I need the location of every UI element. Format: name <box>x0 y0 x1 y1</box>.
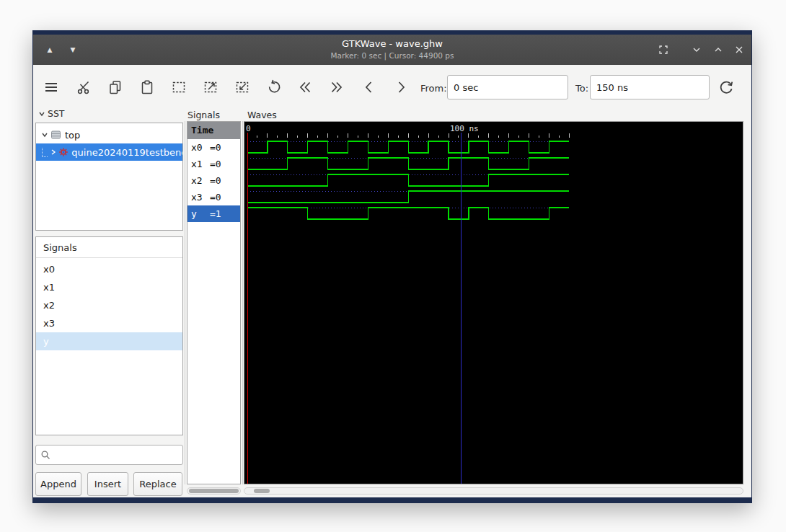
sst-header[interactable]: SST <box>36 108 65 119</box>
value-row-x3[interactable]: x3=0 <box>187 189 240 205</box>
paste-button[interactable] <box>134 74 160 100</box>
design-unit-icon <box>58 147 69 157</box>
module-icon <box>50 130 61 140</box>
signals-list-title: Signals <box>36 237 182 258</box>
hamburger-icon <box>43 79 60 96</box>
chevron-right-icon <box>392 79 410 96</box>
toolbar: From: To: <box>33 65 751 105</box>
wave-canvas[interactable]: 100 ns0 <box>244 121 743 484</box>
expander-right-icon[interactable] <box>49 148 57 156</box>
sst-tree: top quine20240119testbench <box>35 123 183 231</box>
waveform-plot: 100 ns0 <box>244 122 743 484</box>
reload-button[interactable] <box>713 74 739 100</box>
scrollbar-thumb[interactable] <box>254 489 270 493</box>
copy-button[interactable] <box>102 74 128 100</box>
signal-search[interactable] <box>35 445 183 465</box>
goto-start-button[interactable] <box>292 74 318 100</box>
list-item-x0[interactable]: x0 <box>36 260 182 278</box>
signal-column-hscrollbar[interactable] <box>187 487 241 495</box>
append-button[interactable]: Append <box>35 472 81 496</box>
zoom-fit-button[interactable] <box>166 74 192 100</box>
zoom-fit-icon <box>170 79 187 96</box>
main-content: SST top <box>33 105 751 497</box>
signal-column-title: Signals <box>187 110 220 120</box>
double-chevron-right-icon <box>328 79 345 96</box>
goto-end-button[interactable] <box>324 74 350 100</box>
value-row-y[interactable]: y=1 <box>187 205 240 222</box>
sst-expander-icon[interactable] <box>37 110 46 118</box>
zoom-out-icon <box>234 79 251 96</box>
gtkwave-window: ▲ ▼ GTKWave - wave.ghw Marker: 0 sec | C… <box>32 30 752 503</box>
splitter-left[interactable] <box>185 121 185 484</box>
from-input[interactable] <box>447 75 568 99</box>
zoom-in-button[interactable] <box>198 74 224 100</box>
restore-window-button[interactable] <box>656 43 671 57</box>
close-button[interactable] <box>732 43 746 57</box>
to-label: To: <box>575 83 588 94</box>
tree-item-label: top <box>65 130 80 141</box>
list-item-x2[interactable]: x2 <box>36 296 182 314</box>
scrollbar-thumb[interactable] <box>189 489 239 493</box>
paste-icon <box>138 79 156 96</box>
tree-guide <box>42 148 48 157</box>
tree-item-label: quine20240119testbench <box>71 147 182 158</box>
chevron-down-icon <box>691 44 702 56</box>
close-icon <box>733 44 745 56</box>
menu-button[interactable] <box>38 74 64 100</box>
restore-icon <box>658 44 669 56</box>
list-item-x1[interactable]: x1 <box>36 278 182 296</box>
from-label: From: <box>420 83 447 94</box>
shift-left-button[interactable] <box>356 74 382 100</box>
zoom-out-button[interactable] <box>229 74 255 100</box>
zoom-in-icon <box>202 79 219 96</box>
scissors-icon <box>76 79 93 96</box>
value-row-x0[interactable]: x0=0 <box>187 139 240 156</box>
expander-down-icon[interactable] <box>40 131 49 138</box>
to-input[interactable] <box>590 75 710 99</box>
svg-text:100 ns: 100 ns <box>450 124 479 133</box>
svg-text:0: 0 <box>246 124 251 133</box>
undo-button[interactable] <box>261 74 287 100</box>
value-row-x2[interactable]: x2=0 <box>187 172 240 189</box>
signal-value-column: Time x0=0 x1=0 x2=0 x3=0 y=1 <box>187 121 241 484</box>
splitter-right[interactable] <box>242 121 243 484</box>
time-header[interactable]: Time <box>187 122 240 139</box>
window-title: GTKWave - wave.ghw <box>33 38 751 49</box>
signals-list-panel: Signals x0 x1 x2 x3 y <box>35 236 183 435</box>
cut-button[interactable] <box>71 74 97 100</box>
copy-icon <box>107 79 124 96</box>
double-chevron-left-icon <box>296 79 314 96</box>
minimize-button[interactable] <box>689 43 704 57</box>
list-item-y[interactable]: y <box>36 332 182 350</box>
waves-title: Waves <box>247 110 277 120</box>
list-item-x3[interactable]: x3 <box>36 314 182 332</box>
waves-hscrollbar[interactable] <box>244 487 743 495</box>
search-icon <box>40 450 50 460</box>
refresh-icon <box>717 78 736 97</box>
undo-icon <box>265 79 283 96</box>
chevron-left-icon <box>361 79 378 96</box>
chevron-up-icon <box>712 44 724 56</box>
search-input[interactable] <box>53 449 182 461</box>
maximize-button[interactable] <box>711 43 725 57</box>
tree-item-top[interactable]: top <box>36 126 182 143</box>
replace-button[interactable]: Replace <box>133 472 182 496</box>
titlebar[interactable]: ▲ ▼ GTKWave - wave.ghw Marker: 0 sec | C… <box>33 35 751 65</box>
value-row-x1[interactable]: x1=0 <box>187 156 240 172</box>
insert-button[interactable]: Insert <box>87 472 128 496</box>
sst-label: SST <box>48 108 65 119</box>
shift-right-button[interactable] <box>388 74 414 100</box>
tree-item-testbench[interactable]: quine20240119testbench <box>36 143 182 161</box>
window-status: Marker: 0 sec | Cursor: 44900 ps <box>33 51 751 60</box>
